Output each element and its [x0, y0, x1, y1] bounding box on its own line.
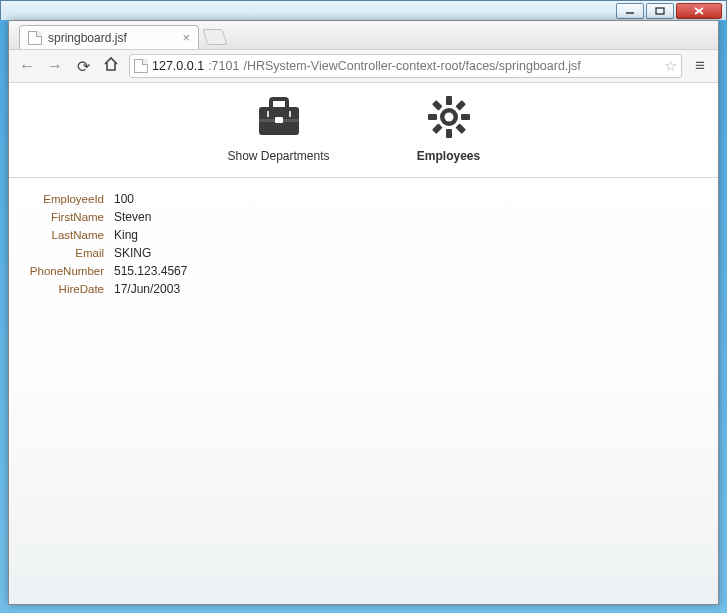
springboard-item-departments[interactable]: Show Departments: [224, 93, 334, 163]
employee-form: EmployeeId100 FirstNameSteven LastNameKi…: [9, 178, 718, 310]
form-row: FirstNameSteven: [29, 208, 698, 226]
bookmark-star-icon[interactable]: ☆: [664, 57, 677, 75]
window-minimize-button[interactable]: [616, 3, 644, 19]
briefcase-icon: [253, 93, 305, 141]
svg-rect-6: [271, 99, 287, 109]
address-bar[interactable]: 127.0.0.1:7101/HRSystem-ViewController-c…: [129, 54, 682, 78]
page-content: Show Departments: [9, 83, 718, 604]
field-value: 17/Jun/2003: [114, 280, 180, 298]
window-maximize-button[interactable]: [646, 3, 674, 19]
field-value: King: [114, 226, 138, 244]
url-host: 127.0.0.1: [152, 59, 204, 73]
field-value: Steven: [114, 208, 151, 226]
home-button[interactable]: [101, 56, 121, 76]
springboard-item-label: Show Departments: [224, 149, 334, 163]
menu-button[interactable]: ≡: [690, 56, 710, 76]
page-icon: [134, 59, 148, 73]
gear-icon: [423, 93, 475, 141]
svg-rect-15: [461, 114, 470, 120]
field-label: Email: [29, 244, 104, 262]
reload-button[interactable]: ⟳: [73, 57, 93, 76]
tab-close-icon[interactable]: ×: [182, 30, 190, 45]
forward-button[interactable]: →: [45, 57, 65, 75]
field-value: 100: [114, 190, 134, 208]
field-label: LastName: [29, 226, 104, 244]
field-label: PhoneNumber: [29, 262, 104, 280]
svg-rect-8: [267, 111, 269, 117]
field-label: HireDate: [29, 280, 104, 298]
svg-rect-16: [455, 100, 466, 111]
svg-rect-18: [432, 100, 443, 111]
form-row: EmployeeId100: [29, 190, 698, 208]
new-tab-button[interactable]: [202, 29, 227, 45]
tab-strip: springboard.jsf ×: [9, 21, 718, 49]
window-close-button[interactable]: [676, 3, 722, 19]
browser-window: springboard.jsf × ← → ⟳ 127.0.0.1:7101/H…: [8, 20, 719, 605]
svg-rect-1: [656, 8, 664, 14]
field-label: EmployeeId: [29, 190, 104, 208]
field-value: 515.123.4567: [114, 262, 187, 280]
svg-rect-17: [432, 123, 443, 134]
browser-toolbar: ← → ⟳ 127.0.0.1:7101/HRSystem-ViewContro…: [9, 49, 718, 83]
page-icon: [28, 31, 42, 45]
svg-rect-7: [275, 117, 283, 123]
back-button[interactable]: ←: [17, 57, 37, 75]
form-row: PhoneNumber515.123.4567: [29, 262, 698, 280]
springboard-item-employees[interactable]: Employees: [394, 93, 504, 163]
svg-point-11: [444, 113, 453, 122]
window-titlebar: [0, 0, 727, 20]
url-path: /HRSystem-ViewController-context-root/fa…: [243, 59, 580, 73]
field-value: SKING: [114, 244, 151, 262]
form-row: EmailSKING: [29, 244, 698, 262]
form-row: LastNameKing: [29, 226, 698, 244]
form-row: HireDate17/Jun/2003: [29, 280, 698, 298]
svg-rect-19: [455, 123, 466, 134]
url-port: :7101: [208, 59, 239, 73]
svg-rect-9: [289, 111, 291, 117]
svg-rect-12: [446, 96, 452, 105]
browser-tab[interactable]: springboard.jsf ×: [19, 25, 199, 49]
springboard-item-label: Employees: [394, 149, 504, 163]
svg-rect-13: [446, 129, 452, 138]
springboard-bar: Show Departments: [9, 83, 718, 178]
field-label: FirstName: [29, 208, 104, 226]
svg-rect-14: [428, 114, 437, 120]
tab-title: springboard.jsf: [48, 31, 127, 45]
